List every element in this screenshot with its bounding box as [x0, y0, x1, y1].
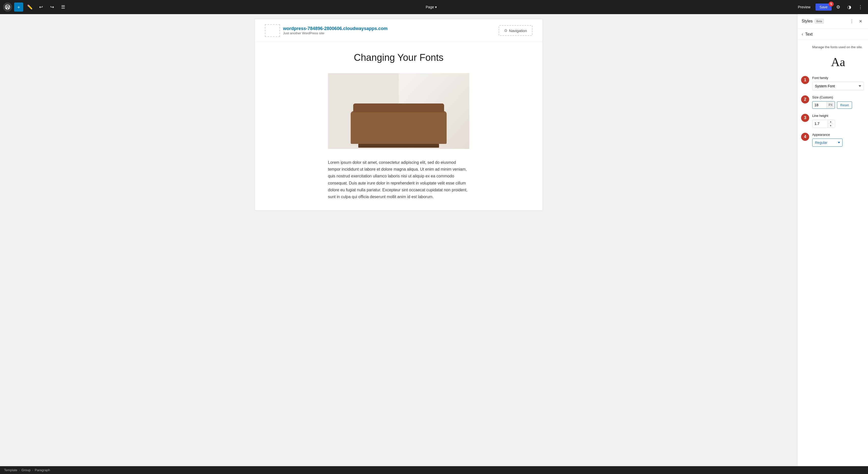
- appearance-content: Appearance Regular Bold Light Italic: [812, 133, 864, 147]
- panel-more-button[interactable]: ⋮: [848, 18, 856, 25]
- breadcrumb-group[interactable]: Group: [22, 468, 31, 472]
- site-header: wordpress-784896-2800606.cloudwaysapps.c…: [255, 19, 542, 42]
- breadcrumb-paragraph[interactable]: Paragraph: [35, 468, 50, 472]
- site-tagline: Just another WordPress site: [283, 31, 388, 35]
- toolbar-right: Preview Save 5 ⚙ ◑ ⋮: [795, 2, 865, 11]
- line-height-row: 3 Line height ▲ ▼: [812, 114, 864, 128]
- panel-subheader: ‹ Text: [798, 29, 868, 40]
- site-frame: wordpress-784896-2800606.cloudwaysapps.c…: [255, 19, 542, 210]
- size-label: Size (Custom): [812, 95, 864, 99]
- panel-header: Styles Beta ⋮ ✕: [798, 14, 868, 29]
- save-badge: 5: [829, 1, 834, 6]
- back-button[interactable]: ‹: [802, 32, 803, 37]
- settings-button[interactable]: ⚙: [834, 2, 843, 11]
- line-height-label: Line height: [812, 114, 864, 118]
- line-height-input[interactable]: [812, 120, 828, 127]
- badge-3: 3: [801, 114, 809, 122]
- appearance-row: 4 Appearance Regular Bold Light Italic: [812, 133, 864, 147]
- panel-header-left: Styles Beta: [802, 19, 824, 24]
- appearance-select[interactable]: Regular Bold Light Italic: [812, 139, 842, 147]
- breadcrumb-template[interactable]: Template: [4, 468, 18, 472]
- panel-description: Manage the fonts used on the site.: [812, 45, 864, 49]
- font-family-content: Font family System Font Arial Georgia He…: [812, 76, 864, 90]
- panel-title: Styles: [802, 19, 813, 24]
- lorem-text: Lorem ipsum dolor sit amet, consectetur …: [328, 159, 469, 200]
- preview-button[interactable]: Preview: [795, 3, 813, 10]
- content-image[interactable]: [328, 73, 469, 149]
- size-input-row: PX Reset: [812, 101, 864, 109]
- more-options-button[interactable]: ⋮: [856, 2, 865, 11]
- site-logo-placeholder: [265, 24, 280, 37]
- site-content: Changing Your Fonts Lorem ipsum dolor si…: [255, 42, 542, 210]
- save-button-wrap: Save 5: [815, 3, 832, 10]
- line-height-wrap: ▲ ▼: [812, 120, 835, 128]
- add-block-button[interactable]: ＋: [14, 2, 23, 11]
- badge-4: 4: [801, 133, 809, 141]
- page-label-text: Page: [426, 5, 434, 9]
- size-input[interactable]: [812, 101, 826, 108]
- beta-badge: Beta: [815, 19, 824, 24]
- panel-header-right: ⋮ ✕: [848, 18, 864, 25]
- canvas-area: wordpress-784896-2800606.cloudwaysapps.c…: [0, 14, 797, 466]
- list-view-button[interactable]: ☰: [59, 2, 68, 11]
- font-preview: Aa: [812, 55, 864, 69]
- undo-button[interactable]: ↩: [36, 2, 45, 11]
- content-title: Changing Your Fonts: [275, 52, 522, 63]
- breadcrumb-bar: Template › Group › Paragraph: [0, 466, 868, 474]
- toolbar: ＋ ✏️ ↩ ↪ ☰ Page ▾ Preview Save 5 ⚙ ◑ ⋮: [0, 0, 868, 14]
- subheader-title: Text: [805, 32, 812, 37]
- size-content: Size (Custom) PX Reset: [812, 95, 864, 109]
- breadcrumb-sep-2: ›: [32, 468, 33, 472]
- navigation-block[interactable]: ⊙ Navigation: [499, 25, 532, 36]
- font-family-label: Font family: [812, 76, 864, 80]
- nav-label: Navigation: [509, 29, 527, 33]
- appearance-select-wrap: Regular Bold Light Italic: [812, 138, 842, 147]
- site-logo-area: wordpress-784896-2800606.cloudwaysapps.c…: [265, 24, 388, 37]
- redo-button[interactable]: ↪: [48, 2, 57, 11]
- breadcrumb-sep-1: ›: [19, 468, 20, 472]
- badge-2: 2: [801, 95, 809, 103]
- size-input-wrap: PX: [812, 101, 835, 109]
- main-layout: wordpress-784896-2800606.cloudwaysapps.c…: [0, 14, 868, 466]
- site-title-link[interactable]: wordpress-784896-2800606.cloudwaysapps.c…: [283, 26, 388, 31]
- appearance-label: Appearance: [812, 133, 864, 136]
- sofa-decoration: [351, 111, 446, 144]
- styles-panel: Styles Beta ⋮ ✕ ‹ Text Manage the fonts …: [797, 14, 868, 466]
- panel-content: Manage the fonts used on the site. Aa 1 …: [798, 40, 868, 466]
- size-unit: PX: [826, 102, 835, 108]
- line-height-stepper: ▲ ▼: [828, 120, 833, 127]
- page-dropdown[interactable]: Page ▾: [423, 3, 439, 10]
- font-family-select[interactable]: System Font Arial Georgia Helvetica: [812, 82, 864, 90]
- chevron-down-icon: ▾: [435, 5, 437, 9]
- toolbar-center: Page ▾: [70, 3, 793, 10]
- badge-1: 1: [801, 76, 809, 84]
- site-identity: wordpress-784896-2800606.cloudwaysapps.c…: [283, 26, 388, 35]
- line-height-up[interactable]: ▲: [828, 120, 833, 124]
- line-height-down[interactable]: ▼: [828, 124, 833, 127]
- edit-button[interactable]: ✏️: [25, 2, 34, 11]
- dark-mode-button[interactable]: ◑: [845, 2, 854, 11]
- line-height-content: Line height ▲ ▼: [812, 114, 864, 128]
- panel-close-button[interactable]: ✕: [857, 18, 864, 25]
- size-row-container: 2 Size (Custom) PX Reset: [812, 95, 864, 109]
- wordpress-logo[interactable]: [3, 2, 12, 11]
- circle-icon: ⊙: [504, 28, 507, 33]
- font-family-row: 1 Font family System Font Arial Georgia …: [812, 76, 864, 90]
- reset-button[interactable]: Reset: [837, 101, 852, 109]
